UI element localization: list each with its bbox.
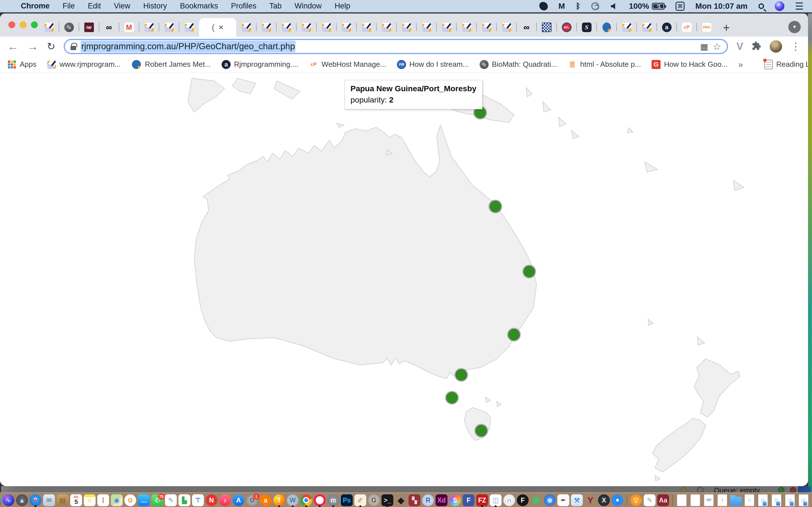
address-bar[interactable]: rjmprogramming.com.au/PHP/GeoChart/geo_c…: [64, 39, 728, 54]
notification-center-icon[interactable]: ☰: [795, 1, 804, 12]
screen-mirroring-icon[interactable]: [591, 2, 599, 10]
dock-item-numbers[interactable]: ▙: [178, 494, 191, 507]
landmass-new-zealand-north[interactable]: [694, 359, 740, 417]
zoom-button[interactable]: [31, 21, 38, 28]
bookmark-star-icon[interactable]: ☆: [713, 41, 721, 52]
dock-item-reminders[interactable]: ⋮: [97, 494, 110, 507]
dock-item-folder[interactable]: [729, 494, 742, 507]
tab-29-rjm[interactable]: [617, 18, 637, 37]
dock-item-document[interactable]: [689, 494, 702, 507]
tab-12-rjm[interactable]: [276, 18, 296, 37]
reading-list-button[interactable]: Reading List: [764, 60, 808, 69]
dock-item-facetime[interactable]: ✆75: [151, 494, 164, 507]
lock-icon[interactable]: [70, 46, 76, 50]
bookmark-biomath-quadrati-[interactable]: ∿BioMath: Quadrati...: [479, 60, 557, 69]
tab-24-abc[interactable]: ∞: [516, 18, 537, 37]
dock-item-itunes[interactable]: ♪: [218, 494, 232, 507]
close-button[interactable]: [8, 21, 15, 28]
dock-item-rstudio[interactable]: R: [421, 494, 435, 507]
landmass-australia[interactable]: [194, 125, 537, 379]
dock-item-chrome[interactable]: [300, 494, 313, 507]
dock-item-document-panel[interactable]: ▤: [743, 494, 756, 507]
tab-13-rjm[interactable]: [296, 18, 316, 37]
menu-item-edit[interactable]: Edit: [88, 2, 101, 10]
active-tab[interactable]: (×: [199, 18, 236, 37]
dock-item-fcircle[interactable]: F: [516, 494, 529, 507]
tab-17-rjm[interactable]: [376, 18, 396, 37]
menu-item-tab[interactable]: Tab: [269, 2, 282, 10]
extensions-puzzle-icon[interactable]: [752, 41, 761, 52]
avast-menu-icon[interactable]: [539, 2, 548, 10]
tab-14-rjm[interactable]: [316, 18, 336, 37]
dock-item-xquartz[interactable]: X: [598, 494, 610, 507]
dock-item-gem[interactable]: ⬢: [530, 494, 543, 507]
tab-3-iw[interactable]: IW: [79, 18, 99, 37]
dock-item-mail[interactable]: ✉: [43, 494, 56, 507]
dock-item-photobooth[interactable]: ▚: [408, 494, 421, 507]
dock-item-finder-document[interactable]: ▤: [770, 494, 783, 507]
url-text[interactable]: rjmprogramming.com.au/PHP/GeoChart/geo_c…: [81, 41, 296, 52]
bluetooth-icon[interactable]: ᛒ: [576, 2, 580, 11]
vue-devtools-extension-icon[interactable]: V: [737, 41, 743, 52]
tab-33-pma[interactable]: PMA: [697, 18, 717, 37]
dock-item-opera[interactable]: O: [313, 494, 326, 507]
volume-icon[interactable]: [610, 2, 618, 10]
tab-18-rjm[interactable]: [396, 18, 416, 37]
dock-item-notes[interactable]: ≡: [83, 494, 96, 507]
dock-item-finder-document[interactable]: ▤: [756, 494, 769, 507]
tab-11-rjm[interactable]: [256, 18, 276, 37]
malwarebytes-menu-icon[interactable]: M: [559, 2, 565, 11]
forward-button[interactable]: →: [27, 41, 38, 52]
tab-25-checker[interactable]: [537, 18, 557, 37]
dock-item-books[interactable]: ▽: [629, 494, 643, 507]
dock-item-contacts[interactable]: ▤: [56, 494, 69, 507]
dock-item-paintbrush[interactable]: ✐: [354, 494, 367, 507]
menu-app-name[interactable]: Chrome: [21, 2, 50, 10]
menu-item-file[interactable]: File: [63, 2, 75, 10]
dock-item-messages[interactable]: …: [137, 494, 150, 507]
dock-item-preview[interactable]: ◫: [489, 494, 502, 507]
dock-item-penapp[interactable]: ✒: [557, 494, 570, 507]
dock-item-terminal[interactable]: >_: [381, 494, 394, 507]
landmass-new-zealand-south[interactable]: [652, 418, 706, 481]
input-source-icon[interactable]: ⌘: [675, 2, 684, 11]
dock-item-firefox[interactable]: f: [273, 494, 286, 507]
tab-23-rjm[interactable]: [497, 18, 516, 37]
dock-item-sysprefs[interactable]: ⚙1: [246, 494, 259, 507]
tab-1-rjm[interactable]: [39, 18, 59, 37]
menu-item-window[interactable]: Window: [295, 2, 322, 10]
tab-search-button[interactable]: ▼: [788, 21, 801, 33]
dock-item-trash[interactable]: [811, 494, 812, 507]
battery-status[interactable]: 100% ↯: [629, 2, 665, 11]
bookmarks-overflow-chevron[interactable]: »: [739, 60, 743, 69]
dock-item-siri[interactable]: ∿: [2, 494, 15, 507]
dock-item-finder-document[interactable]: ▤: [783, 494, 797, 507]
tab-28-bluedot[interactable]: [597, 18, 617, 37]
tab-22-rjm[interactable]: [476, 18, 497, 37]
dock-item-photos[interactable]: ✿: [124, 494, 137, 507]
dock-item-audacity[interactable]: ∩: [503, 494, 516, 507]
qr-code-icon[interactable]: ▦: [700, 42, 708, 52]
dock-item-dictionary[interactable]: Aa: [657, 494, 670, 507]
tab-close-icon[interactable]: ×: [218, 22, 223, 32]
bookmark-html-absolute-p-[interactable]: ≣html - Absolute p...: [568, 60, 641, 69]
dock-item-launchpad[interactable]: ▲: [15, 494, 29, 507]
dock-item-textedit[interactable]: ✎: [643, 494, 656, 507]
bookmark-webhost-manage-[interactable]: cPWebHost Manage...: [309, 60, 386, 69]
tab-15-rjm[interactable]: [336, 18, 356, 37]
profile-avatar[interactable]: [770, 40, 782, 53]
tab-26-afl[interactable]: AFL: [557, 18, 576, 37]
tab-5-gmail[interactable]: M: [119, 18, 139, 37]
spotlight-icon[interactable]: [758, 3, 764, 9]
map-marker-3[interactable]: [523, 266, 535, 277]
dock-item-sketch[interactable]: S: [449, 494, 462, 507]
tab-10-rjm[interactable]: [236, 18, 256, 37]
tab-32-cpanel[interactable]: cP: [677, 18, 697, 37]
tab-4-abc[interactable]: ∞: [99, 18, 119, 37]
map-marker-5[interactable]: [455, 369, 467, 381]
bookmark-apps[interactable]: Apps: [7, 60, 36, 69]
dock-item-adobexd[interactable]: Xd: [435, 494, 448, 507]
map-marker-6[interactable]: [446, 392, 458, 404]
bookmark-rjmprogramming-[interactable]: aRjmprogramming....: [221, 60, 298, 69]
menu-item-view[interactable]: View: [114, 2, 130, 10]
